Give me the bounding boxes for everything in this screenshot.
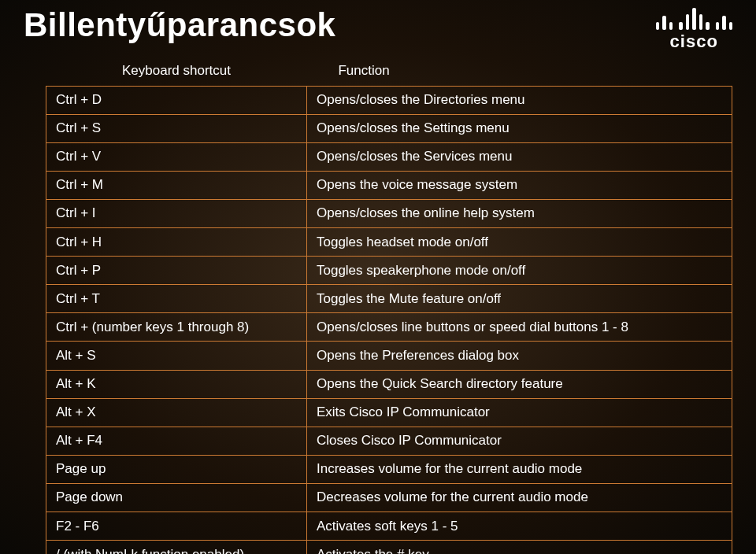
table-row: Ctrl + VOpens/closes the Services menu	[46, 142, 732, 171]
cell-shortcut: Ctrl + (number keys 1 through 8)	[46, 313, 307, 342]
cell-function: Opens/closes the Settings menu	[306, 114, 732, 142]
cell-shortcut: Page down	[46, 483, 307, 512]
table-row: Alt + F4Closes Cisco IP Communicator	[46, 427, 732, 455]
cell-function: Toggles speakerphone mode on/off	[306, 257, 732, 285]
table-row: / (with NumLk function enabled)Activates…	[46, 541, 732, 554]
cisco-logo: cisco	[656, 6, 733, 52]
header-function: Function	[306, 57, 732, 86]
cell-shortcut: Alt + K	[46, 370, 307, 398]
cell-function: Closes Cisco IP Communicator	[306, 427, 732, 455]
table-row: Ctrl + SOpens/closes the Settings menu	[46, 114, 732, 142]
cell-shortcut: Ctrl + M	[46, 171, 307, 199]
table-row: Alt + KOpens the Quick Search directory …	[46, 370, 732, 398]
cell-function: Activates the # key	[306, 541, 732, 554]
cell-function: Opens the Quick Search directory feature	[306, 370, 732, 398]
cell-function: Decreases volume for the current audio m…	[306, 483, 732, 512]
cell-function: Opens/closes line buttons or speed dial …	[306, 313, 732, 342]
table-row: Ctrl + DOpens/closes the Directories men…	[46, 86, 732, 114]
table-row: F2 - F6Activates soft keys 1 - 5	[46, 512, 732, 541]
cell-shortcut: Ctrl + I	[46, 199, 307, 227]
header-shortcut: Keyboard shortcut	[46, 57, 307, 86]
table-header-row: Keyboard shortcut Function	[46, 57, 732, 86]
cell-function: Toggles the Mute feature on/off	[306, 285, 732, 313]
cell-function: Opens/closes the Services menu	[306, 142, 732, 171]
cell-function: Opens the voice message system	[306, 171, 732, 199]
cell-shortcut: Ctrl + V	[46, 142, 307, 171]
cell-function: Opens/closes the online help system	[306, 199, 732, 227]
table-row: Ctrl + (number keys 1 through 8)Opens/cl…	[46, 313, 732, 342]
page-title: Billentyűparancsok	[24, 6, 335, 44]
cell-shortcut: / (with NumLk function enabled)	[46, 541, 307, 554]
table-row: Alt + XExits Cisco IP Communicator	[46, 398, 732, 427]
cell-shortcut: Ctrl + H	[46, 228, 307, 257]
shortcuts-table-container: Keyboard shortcut Function Ctrl + DOpens…	[46, 57, 732, 554]
cell-function: Opens/closes the Directories menu	[306, 86, 732, 114]
cell-shortcut: Ctrl + T	[46, 285, 307, 313]
table-row: Page downDecreases volume for the curren…	[46, 483, 732, 512]
cell-function: Activates soft keys 1 - 5	[306, 512, 732, 541]
cell-shortcut: Ctrl + D	[46, 86, 307, 114]
cell-shortcut: Alt + X	[46, 398, 307, 427]
table-row: Alt + SOpens the Preferences dialog box	[46, 342, 732, 370]
cell-function: Toggles headset mode on/off	[306, 228, 732, 257]
cell-shortcut: Page up	[46, 455, 307, 483]
cisco-logo-text: cisco	[656, 31, 733, 52]
cell-shortcut: Ctrl + P	[46, 257, 307, 285]
table-row: Ctrl + MOpens the voice message system	[46, 171, 732, 199]
cell-shortcut: Ctrl + S	[46, 114, 307, 142]
table-row: Page upIncreases volume for the current …	[46, 455, 732, 483]
table-row: Ctrl + HToggles headset mode on/off	[46, 228, 732, 257]
cell-function: Increases volume for the current audio m…	[306, 455, 732, 483]
cisco-logo-bars-icon	[656, 6, 733, 30]
cell-shortcut: Alt + F4	[46, 427, 307, 455]
cell-function: Exits Cisco IP Communicator	[306, 398, 732, 427]
table-row: Ctrl + TToggles the Mute feature on/off	[46, 285, 732, 313]
cell-shortcut: F2 - F6	[46, 512, 307, 541]
table-row: Ctrl + PToggles speakerphone mode on/off	[46, 257, 732, 285]
shortcuts-table: Keyboard shortcut Function Ctrl + DOpens…	[46, 57, 732, 554]
cell-function: Opens the Preferences dialog box	[306, 342, 732, 370]
cell-shortcut: Alt + S	[46, 342, 307, 370]
table-row: Ctrl + IOpens/closes the online help sys…	[46, 199, 732, 227]
